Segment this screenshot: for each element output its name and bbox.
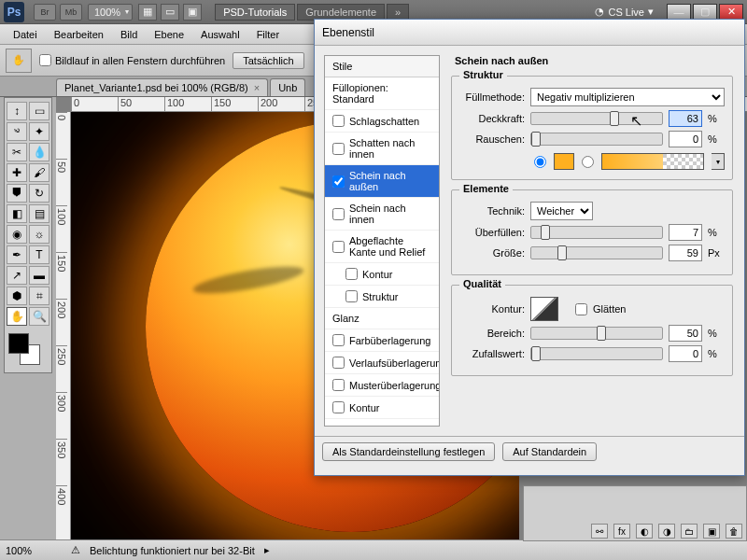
solid-color-radio[interactable] [534,156,546,168]
stamp-tool[interactable]: ⛊ [7,184,27,203]
document-tab-1[interactable]: Planet_Variante1.psd bei 100% (RGB/8) × [56,78,268,96]
screen-mode-icon[interactable]: ▣ [183,4,202,21]
size-input[interactable] [669,245,702,261]
workspace-more[interactable]: » [387,4,409,21]
hand-tool[interactable]: ✋ [7,307,27,326]
jitter-input[interactable] [669,345,702,362]
heal-tool[interactable]: ✚ [7,163,27,182]
noise-input[interactable] [669,131,702,147]
dodge-tool[interactable]: ☼ [29,225,49,244]
close-button[interactable]: ✕ [719,4,743,21]
path-tool[interactable]: ↗ [7,266,27,285]
style-checkbox[interactable] [345,290,358,302]
gamut-icon[interactable]: ⚠ [71,544,80,556]
view-extras-icon[interactable]: ▭ [161,4,179,21]
zoom-dropdown[interactable]: 100% [88,4,133,21]
menu-auswahl[interactable]: Auswahl [193,26,247,43]
style-item-kontur[interactable]: Kontur [325,263,439,286]
style-item-glanz[interactable]: Glanz [325,308,439,329]
lasso-tool[interactable]: ༄ [7,122,27,141]
range-input[interactable] [669,325,702,342]
style-checkbox[interactable] [332,401,345,413]
marquee-tool[interactable]: ▭ [29,102,49,120]
shape-tool[interactable]: ▬ [29,266,49,285]
menu-bild[interactable]: Bild [113,26,145,43]
wand-tool[interactable]: ✦ [29,122,49,141]
style-checkbox[interactable] [332,241,345,253]
type-tool[interactable]: T [29,245,49,264]
style-checkbox[interactable] [332,208,345,220]
style-item-abgeflachte-kante-und-relief[interactable]: Abgeflachte Kante und Relief [325,231,439,263]
foreground-color[interactable] [8,333,29,354]
style-item-schatten-nach-innen[interactable]: Schatten nach innen [325,133,439,165]
style-item-farb-berlagerung[interactable]: Farbüberlagerung [325,329,439,352]
3d-tool[interactable]: ⬢ [7,287,27,305]
document-tab-2[interactable]: Unb [270,78,305,96]
blendmode-select[interactable]: Negativ multiplizieren [530,88,725,106]
style-checkbox[interactable] [332,334,345,346]
link-icon[interactable]: ⚯ [591,524,608,539]
eyedropper-tool[interactable]: 💧 [29,143,49,161]
style-checkbox[interactable] [332,175,345,188]
menu-datei[interactable]: Datei [6,26,45,43]
color-swatches[interactable] [7,331,49,369]
workspace-tab-tutorials[interactable]: PSD-Tutorials [215,4,295,21]
style-item-verlaufs-berlagerung[interactable]: Verlaufsüberlagerung [325,352,439,374]
noise-slider[interactable] [530,133,663,146]
trash-icon[interactable]: 🗑 [726,524,742,539]
bridge-chip[interactable]: Br [34,4,56,21]
workspace-tab-grundelemente[interactable]: Grundelemente [297,4,385,21]
view-grid-icon[interactable]: ▦ [138,4,157,21]
gradient-dropdown[interactable]: ▾ [712,153,725,170]
status-zoom[interactable]: 100% [6,545,62,556]
maximize-button[interactable]: ▢ [693,4,717,21]
menu-ebene[interactable]: Ebene [147,26,191,43]
style-checkbox[interactable] [332,379,345,391]
crop-tool[interactable]: ✂ [7,143,27,161]
spread-slider[interactable] [530,226,663,239]
blending-options-item[interactable]: Füllopionen: Standard [325,77,439,110]
fx-icon[interactable]: fx [613,524,630,539]
spread-input[interactable] [669,224,702,241]
hand-tool-preview[interactable]: ✋ [6,49,32,73]
close-icon[interactable]: × [254,82,260,93]
style-item-struktur[interactable]: Struktur [325,286,439,308]
cslive-button[interactable]: ◔ CS Live ▾ [589,6,659,18]
zoom-tool[interactable]: 🔍 [29,307,49,326]
pen-tool[interactable]: ✒ [7,245,27,264]
jitter-slider[interactable] [530,347,663,360]
style-list-header[interactable]: Stile [325,56,439,77]
style-item-schlagschatten[interactable]: Schlagschatten [325,110,439,133]
range-slider[interactable] [530,327,663,340]
style-item-muster-berlagerung[interactable]: Musterüberlagerung [325,374,439,397]
adjustment-icon[interactable]: ◑ [658,524,675,539]
glow-color-swatch[interactable] [554,153,574,170]
status-arrow-icon[interactable]: ▸ [264,544,270,556]
move-tool[interactable]: ↕ [7,102,27,120]
minibridge-chip[interactable]: Mb [60,4,82,21]
gradient-radio[interactable] [582,156,594,168]
contour-picker[interactable] [530,297,558,321]
style-checkbox[interactable] [345,268,358,280]
camera-tool[interactable]: ⌗ [29,287,49,305]
style-item-schein-nach-au-en[interactable]: Schein nach außen [325,165,439,198]
opacity-slider[interactable] [530,112,663,125]
technique-select[interactable]: Weicher [530,202,593,220]
style-item-kontur[interactable]: Kontur [325,397,439,419]
menu-bearbeiten[interactable]: Bearbeiten [47,26,111,43]
new-layer-icon[interactable]: ▣ [703,524,720,539]
folder-icon[interactable]: 🗀 [681,524,698,539]
minimize-button[interactable]: — [667,4,691,21]
reset-default-button[interactable]: Auf Standardein [502,442,597,461]
blur-tool[interactable]: ◉ [7,225,27,244]
menu-filter[interactable]: Filter [249,26,287,43]
make-default-button[interactable]: Als Standardeinstellung festlegen [322,442,495,461]
style-item-schein-nach-innen[interactable]: Schein nach innen [325,198,439,231]
actual-pixels-button[interactable]: Tatsächlich [233,52,303,69]
gradient-preview[interactable] [601,153,704,170]
eraser-tool[interactable]: ◧ [7,204,27,223]
history-brush-tool[interactable]: ↻ [29,184,49,203]
gradient-tool[interactable]: ▤ [29,204,49,223]
scroll-all-windows-checkbox[interactable]: Bildlauf in allen Fenstern durchführen [39,54,225,66]
style-checkbox[interactable] [332,357,345,369]
